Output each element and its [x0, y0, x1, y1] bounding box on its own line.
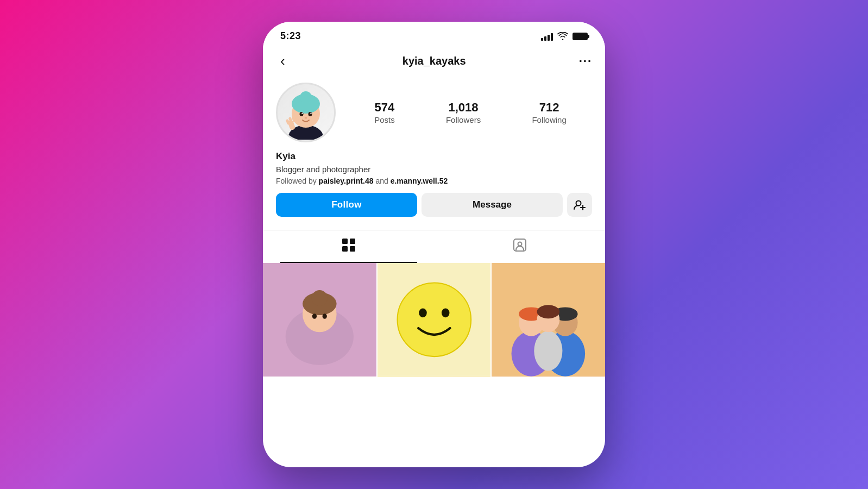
- post-thumbnail-3[interactable]: [492, 263, 605, 377]
- svg-point-35: [442, 308, 450, 317]
- stat-followers[interactable]: 1,018 Followers: [446, 101, 481, 124]
- svg-point-34: [419, 308, 427, 317]
- wifi-icon: [557, 32, 568, 41]
- svg-point-7: [301, 112, 303, 114]
- post-image-3: [492, 263, 605, 377]
- posts-label: Posts: [374, 115, 395, 124]
- add-friend-button[interactable]: [567, 193, 592, 217]
- svg-point-43: [534, 331, 563, 371]
- add-person-icon: [574, 199, 586, 210]
- posts-grid: [263, 263, 605, 467]
- following-label: Following: [532, 115, 566, 124]
- tab-grid[interactable]: [263, 230, 434, 263]
- posts-count: 574: [374, 101, 395, 115]
- avatar: [276, 83, 336, 142]
- following-count: 712: [532, 101, 566, 115]
- profile-top-row: 574 Posts 1,018 Followers 712 Following: [276, 83, 592, 142]
- svg-rect-18: [342, 239, 348, 244]
- svg-rect-20: [342, 246, 348, 252]
- profile-name: Kyia: [276, 151, 592, 162]
- content-tab-bar: [263, 230, 605, 263]
- phone-mockup: 5:23 ‹ kyia_kayaks ···: [263, 22, 605, 467]
- svg-point-28: [312, 290, 328, 306]
- post-thumbnail-2[interactable]: [378, 263, 491, 377]
- battery-icon: [573, 33, 588, 40]
- followers-count: 1,018: [446, 101, 481, 115]
- back-button[interactable]: ‹: [276, 51, 290, 72]
- svg-point-23: [518, 242, 521, 246]
- svg-point-4: [300, 91, 312, 103]
- post-thumbnail-1[interactable]: [263, 263, 376, 377]
- followers-label: Followers: [446, 115, 481, 124]
- phone-screen: 5:23 ‹ kyia_kayaks ···: [263, 22, 605, 467]
- svg-point-30: [323, 314, 327, 318]
- profile-username: kyia_kayaks: [402, 55, 466, 67]
- profile-header: ‹ kyia_kayaks ···: [263, 46, 605, 78]
- avatar-image: [279, 85, 333, 140]
- avatar-container: [276, 83, 336, 142]
- grid-icon: [342, 238, 356, 255]
- svg-point-8: [310, 112, 311, 114]
- svg-point-29: [312, 314, 317, 318]
- svg-rect-21: [350, 246, 355, 252]
- svg-point-5: [300, 112, 304, 116]
- profile-section: 574 Posts 1,018 Followers 712 Following …: [263, 78, 605, 230]
- profile-bio: Blogger and photographer: [276, 164, 592, 175]
- follower-2[interactable]: e.manny.well.52: [391, 177, 448, 185]
- status-icons: [541, 32, 588, 41]
- post-image-1: [263, 263, 376, 377]
- status-time: 5:23: [280, 30, 301, 42]
- profile-followed-by: Followed by paisley.print.48 and e.manny…: [276, 177, 592, 185]
- tab-tagged[interactable]: [434, 230, 605, 263]
- followed-by-and: and: [374, 177, 391, 185]
- more-options-button[interactable]: ···: [579, 54, 592, 68]
- svg-point-6: [309, 112, 312, 116]
- signal-icon: [541, 32, 553, 41]
- post-image-2: [378, 263, 491, 377]
- followed-by-prefix: Followed by: [276, 177, 319, 185]
- stat-posts[interactable]: 574 Posts: [374, 101, 395, 124]
- stat-following[interactable]: 712 Following: [532, 101, 566, 124]
- status-bar: 5:23: [263, 22, 605, 46]
- svg-point-45: [537, 305, 560, 318]
- tag-person-icon: [513, 238, 527, 255]
- message-button[interactable]: Message: [422, 193, 563, 217]
- follow-button[interactable]: Follow: [276, 193, 417, 217]
- action-buttons: Follow Message: [276, 193, 592, 217]
- svg-rect-19: [350, 239, 355, 244]
- svg-point-9: [305, 117, 307, 119]
- stats-row: 574 Posts 1,018 Followers 712 Following: [349, 101, 592, 124]
- follower-1[interactable]: paisley.print.48: [319, 177, 374, 185]
